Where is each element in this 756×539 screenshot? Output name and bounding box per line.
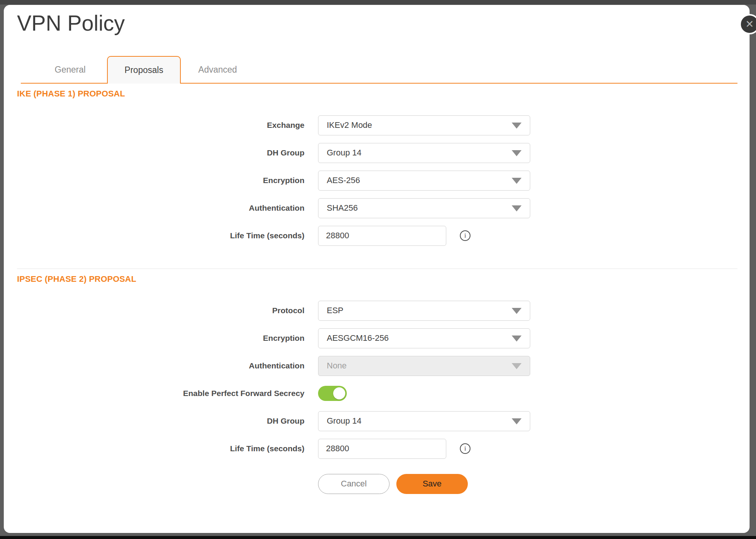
section-heading-ipsec: IPSEC (PHASE 2) PROPOSAL — [17, 274, 750, 284]
close-icon: ✕ — [745, 19, 754, 30]
row-authentication-p2: Authentication None — [4, 356, 750, 376]
cancel-button[interactable]: Cancel — [318, 474, 390, 494]
row-encryption-p2: Encryption AESGCM16-256 — [4, 328, 750, 348]
backdrop-top-strip — [0, 0, 756, 5]
lifetime-label: Life Time (seconds) — [4, 231, 304, 240]
encryption-label: Encryption — [4, 334, 304, 343]
row-dh-group-p1: DH Group Group 14 — [4, 143, 750, 163]
vpn-policy-dialog: ✕ VPN Policy General Proposals Advanced … — [4, 5, 750, 533]
row-encryption-p1: Encryption AES-256 — [4, 171, 750, 191]
authentication-select-p2-disabled: None — [318, 356, 530, 376]
exchange-select[interactable]: IKEv2 Mode — [318, 115, 530, 135]
dh-group-label: DH Group — [4, 148, 304, 157]
toggle-knob — [333, 387, 345, 399]
encryption-value-p2: AESGCM16-256 — [327, 333, 389, 343]
protocol-label: Protocol — [4, 306, 304, 315]
row-lifetime-p2: Life Time (seconds) i — [4, 439, 750, 459]
encryption-value: AES-256 — [327, 176, 360, 185]
row-authentication-p1: Authentication SHA256 — [4, 198, 750, 218]
encryption-select[interactable]: AES-256 — [318, 171, 530, 191]
protocol-value: ESP — [327, 306, 343, 315]
chevron-down-icon — [512, 150, 522, 156]
row-exchange: Exchange IKEv2 Mode — [4, 115, 750, 135]
authentication-value-p2: None — [327, 361, 347, 371]
lifetime-label: Life Time (seconds) — [4, 444, 304, 453]
backdrop-bottom-strip — [0, 536, 756, 539]
dh-group-select-p2[interactable]: Group 14 — [318, 411, 530, 431]
tab-proposals[interactable]: Proposals — [107, 56, 181, 84]
exchange-value: IKEv2 Mode — [327, 120, 372, 130]
lifetime-input-p2[interactable] — [318, 439, 446, 459]
chevron-down-icon — [512, 363, 522, 369]
authentication-label: Authentication — [4, 361, 304, 370]
section-divider — [17, 269, 737, 269]
dh-group-value-p2: Group 14 — [327, 416, 362, 426]
chevron-down-icon — [512, 178, 522, 184]
protocol-select[interactable]: ESP — [318, 301, 530, 321]
footer: Cancel Save — [4, 474, 750, 494]
page-title: VPN Policy — [17, 11, 750, 36]
section-ike-phase1: IKE (PHASE 1) PROPOSAL Exchange IKEv2 Mo… — [4, 89, 750, 246]
authentication-select[interactable]: SHA256 — [318, 198, 530, 218]
row-dh-group-p2: DH Group Group 14 — [4, 411, 750, 431]
tab-advanced-label: Advanced — [198, 65, 237, 75]
row-protocol: Protocol ESP — [4, 301, 750, 321]
exchange-label: Exchange — [4, 121, 304, 130]
info-icon[interactable]: i — [460, 230, 470, 241]
tab-proposals-label: Proposals — [124, 65, 163, 75]
dh-group-label: DH Group — [4, 416, 304, 426]
chevron-down-icon — [512, 418, 522, 424]
chevron-down-icon — [512, 308, 522, 314]
chevron-down-icon — [512, 123, 522, 129]
row-lifetime-p1: Life Time (seconds) i — [4, 226, 750, 246]
chevron-down-icon — [512, 336, 522, 342]
dh-group-value: Group 14 — [327, 148, 362, 158]
tab-bar: General Proposals Advanced — [4, 56, 750, 84]
section-heading-ike: IKE (PHASE 1) PROPOSAL — [17, 89, 750, 99]
chevron-down-icon — [512, 205, 522, 211]
authentication-label: Authentication — [4, 203, 304, 213]
lifetime-input[interactable] — [318, 226, 446, 246]
encryption-select-p2[interactable]: AESGCM16-256 — [318, 328, 530, 348]
save-button[interactable]: Save — [396, 474, 468, 494]
tab-general-label: General — [55, 65, 86, 75]
pfs-toggle-on[interactable] — [318, 386, 347, 401]
tab-general[interactable]: General — [33, 56, 107, 84]
authentication-value: SHA256 — [327, 203, 358, 213]
info-icon[interactable]: i — [460, 443, 470, 454]
tab-advanced[interactable]: Advanced — [181, 56, 255, 84]
dh-group-select[interactable]: Group 14 — [318, 143, 530, 163]
row-perfect-forward-secrecy: Enable Perfect Forward Secrecy — [4, 384, 750, 404]
section-ipsec-phase2: IPSEC (PHASE 2) PROPOSAL Protocol ESP En… — [4, 274, 750, 459]
encryption-label: Encryption — [4, 176, 304, 185]
pfs-label: Enable Perfect Forward Secrecy — [4, 389, 304, 398]
